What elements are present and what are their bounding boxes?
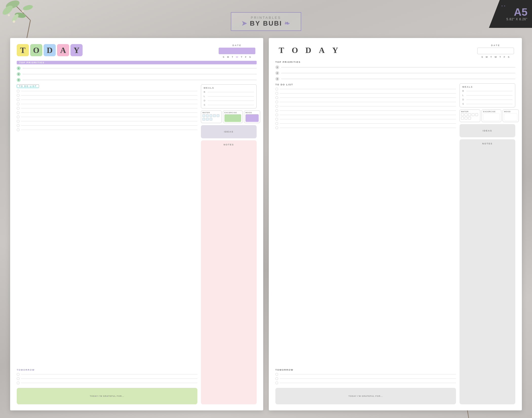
- tomorrow-item-p3: [275, 382, 456, 384]
- exercise-box-plain: [483, 113, 500, 121]
- priority-1-plain: 1: [275, 65, 515, 69]
- priority-line-1: [23, 68, 257, 68]
- title-row-plain: T O D A Y DATE SMTWTFS: [275, 44, 515, 58]
- meal-d: D: [204, 99, 254, 102]
- letter-Y-plain: Y: [329, 44, 341, 56]
- pages-container: T O D A Y DATE SMTWTFS TOP PRIORITIES 1 …: [10, 38, 522, 410]
- date-section-colored: DATE SMTWTFS: [217, 44, 257, 58]
- todo-item-p8: [275, 118, 456, 121]
- meals-label-plain: MEALS: [462, 86, 512, 88]
- priority-num-2-plain: 2: [275, 71, 279, 75]
- brand-box: PRINTABLES ➤ BY BUBI ❧: [231, 12, 301, 31]
- left-col-colored: TO DO LIST TOMORROW: [17, 84, 197, 404]
- trackers-row-colored: WATER EXC: [201, 110, 257, 123]
- page-header: PRINTABLES ➤ BY BUBI ❧: [0, 5, 532, 38]
- letter-T-colored: T: [17, 44, 29, 56]
- exercise-tracker-plain: EXCERCISE: [482, 109, 501, 122]
- grateful-label-colored: TODAY I'M GRATEFUL FOR...: [90, 395, 124, 397]
- todo-item-2: [17, 94, 197, 97]
- letter-D-plain: D: [302, 44, 314, 56]
- right-col-plain: MEALS B L D S WATER: [460, 83, 515, 404]
- todo-item-p5: [275, 105, 456, 108]
- todo-item-p1: [275, 88, 456, 90]
- meal-l: L: [204, 95, 254, 98]
- date-section-plain: DATE SMTWTFS: [476, 44, 515, 58]
- letter-Y-colored: Y: [70, 44, 83, 56]
- left-col-plain: TO DO LIST TOMORROW: [275, 83, 456, 404]
- priority-num-2: 2: [17, 72, 21, 76]
- trackers-row-plain: WATER EXC: [460, 109, 515, 122]
- meal-pd: D: [462, 98, 512, 101]
- priority-num-3: 3: [17, 78, 21, 82]
- grateful-box-colored: TODAY I'M GRATEFUL FOR...: [17, 388, 197, 404]
- todo-item-5: [17, 107, 197, 110]
- top-priorities-label-plain: TOP PRIORITIES: [275, 61, 515, 63]
- todo-item-9: [17, 124, 197, 127]
- days-row-colored: SMTWTFS: [223, 56, 251, 58]
- page-colored: T O D A Y DATE SMTWTFS TOP PRIORITIES 1 …: [10, 38, 263, 410]
- main-two-col-plain: TO DO LIST TOMORROW: [275, 83, 515, 404]
- tomorrow-label-colored: TOMORROW: [17, 369, 197, 371]
- water-label-plain: WATER: [461, 111, 479, 112]
- date-box-plain[interactable]: [477, 48, 514, 54]
- ideas-label-plain: IDEAS: [483, 129, 492, 132]
- todo-item-p2: [275, 92, 456, 95]
- meal-pb: B: [462, 90, 512, 92]
- tomorrow-section-colored: TOMORROW: [17, 369, 197, 386]
- todo-item-p3: [275, 96, 456, 99]
- water-tracker-colored: WATER: [201, 110, 222, 123]
- date-box-colored[interactable]: [219, 48, 255, 54]
- todo-item-p7: [275, 113, 456, 116]
- a5-dots: • •: [502, 5, 506, 7]
- todo-label-colored: TO DO LIST: [17, 84, 39, 88]
- notes-label-plain: NOTES: [482, 142, 492, 145]
- ideas-box-colored: IDEAS: [201, 125, 257, 138]
- meals-label-colored: MEALS: [204, 87, 254, 89]
- ideas-label-colored: IDEAS: [224, 130, 234, 133]
- ideas-box-plain: IDEAS: [460, 124, 515, 137]
- meal-s: S: [204, 104, 254, 106]
- tomorrow-section-plain: TOMORROW: [275, 369, 456, 386]
- priority-line-1-plain: [281, 67, 515, 67]
- date-label-colored: DATE: [233, 44, 242, 47]
- todo-item-1: [17, 90, 197, 92]
- title-row-colored: T O D A Y DATE SMTWTFS: [17, 44, 257, 58]
- tomorrow-item-3: [17, 382, 197, 384]
- mood-label-plain: MOOD: [504, 111, 517, 112]
- letter-D-colored: D: [44, 44, 56, 56]
- right-col-colored: MEALS B L D S WATER: [201, 84, 257, 404]
- todo-item-p10: [275, 126, 456, 129]
- mood-tracker-plain: MOOD: [503, 109, 519, 122]
- priority-num-1-plain: 1: [275, 65, 279, 69]
- notes-box-plain: NOTES: [460, 139, 515, 404]
- mood-box-plain: [504, 113, 517, 121]
- today-letters-colored: T O D A Y: [17, 44, 83, 56]
- notes-box-colored: NOTES: [201, 140, 257, 404]
- mood-label-colored: MOOD: [245, 112, 259, 113]
- priority-line-2: [23, 74, 257, 74]
- letter-A-plain: A: [316, 44, 328, 56]
- exercise-box-fill: [224, 114, 241, 122]
- letter-T-plain: T: [275, 44, 288, 56]
- priority-line-3: [23, 80, 257, 80]
- todo-item-6: [17, 111, 197, 114]
- priority-line-3-plain: [281, 79, 515, 79]
- tomorrow-item-p1: [275, 373, 456, 376]
- letter-O-colored: O: [30, 44, 42, 56]
- days-row-plain: SMTWTFS: [481, 56, 510, 58]
- todo-item-8: [17, 120, 197, 123]
- main-two-col-colored: TO DO LIST TOMORROW: [17, 84, 257, 404]
- tomorrow-item-1: [17, 373, 197, 376]
- exercise-tracker-colored: EXCERCISE: [223, 110, 243, 123]
- priority-3-plain: 3: [275, 77, 515, 81]
- date-label-plain: DATE: [491, 44, 500, 47]
- grateful-box-plain: TODAY I'M GRATEFUL FOR...: [275, 388, 456, 404]
- tomorrow-item-2: [17, 377, 197, 380]
- mood-box-fill: [245, 114, 259, 122]
- brand-top-text: PRINTABLES: [241, 16, 290, 20]
- todo-item-p4: [275, 101, 456, 103]
- exercise-label-colored: EXCERCISE: [224, 112, 241, 113]
- page-plain: T O D A Y DATE SMTWTFS TOP PRIORITIES 1 …: [269, 38, 522, 410]
- todo-item-p9: [275, 122, 456, 125]
- todo-item-7: [17, 116, 197, 118]
